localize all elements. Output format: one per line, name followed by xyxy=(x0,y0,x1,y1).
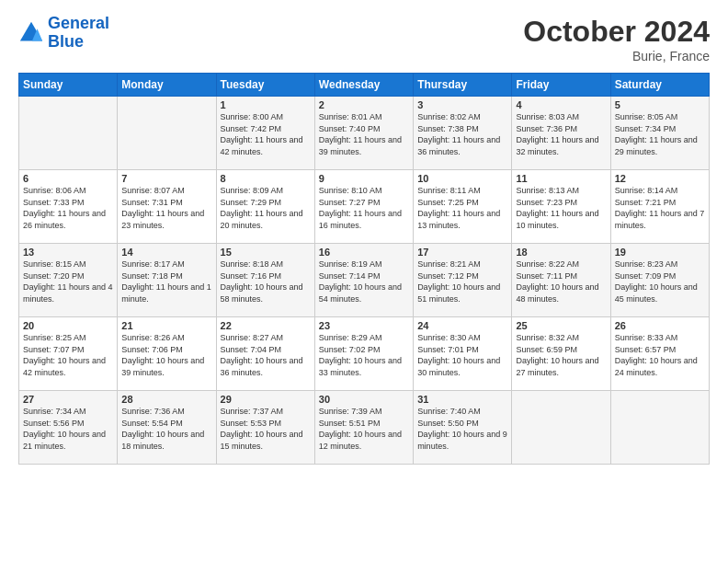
calendar-cell: 5Sunrise: 8:05 AM Sunset: 7:34 PM Daylig… xyxy=(610,97,709,170)
calendar-row: 1Sunrise: 8:00 AM Sunset: 7:42 PM Daylig… xyxy=(19,97,710,170)
day-number: 18 xyxy=(516,247,606,258)
day-info: Sunrise: 8:06 AM Sunset: 7:33 PM Dayligh… xyxy=(23,185,113,231)
weekday-header-row: SundayMondayTuesdayWednesdayThursdayFrid… xyxy=(19,74,710,97)
day-info: Sunrise: 8:29 AM Sunset: 7:02 PM Dayligh… xyxy=(319,332,409,378)
day-info: Sunrise: 8:27 AM Sunset: 7:04 PM Dayligh… xyxy=(221,332,311,378)
calendar-cell: 9Sunrise: 8:10 AM Sunset: 7:27 PM Daylig… xyxy=(314,170,413,244)
calendar-cell: 12Sunrise: 8:14 AM Sunset: 7:21 PM Dayli… xyxy=(610,170,709,244)
day-number: 31 xyxy=(417,394,507,405)
day-number: 5 xyxy=(615,99,705,110)
calendar-cell: 23Sunrise: 8:29 AM Sunset: 7:02 PM Dayli… xyxy=(314,317,413,391)
day-number: 15 xyxy=(221,247,311,258)
day-info: Sunrise: 8:18 AM Sunset: 7:16 PM Dayligh… xyxy=(221,259,311,304)
day-info: Sunrise: 8:09 AM Sunset: 7:29 PM Dayligh… xyxy=(221,185,311,231)
calendar-cell: 26Sunrise: 8:33 AM Sunset: 6:57 PM Dayli… xyxy=(610,317,709,391)
day-number: 22 xyxy=(221,320,311,331)
day-number: 2 xyxy=(319,99,409,110)
calendar-cell xyxy=(19,97,118,170)
day-info: Sunrise: 8:17 AM Sunset: 7:18 PM Dayligh… xyxy=(121,259,211,304)
calendar-cell: 1Sunrise: 8:00 AM Sunset: 7:42 PM Daylig… xyxy=(216,97,314,170)
day-number: 8 xyxy=(221,173,311,184)
calendar-cell xyxy=(118,97,216,170)
calendar-cell: 13Sunrise: 8:15 AM Sunset: 7:20 PM Dayli… xyxy=(19,244,118,317)
day-number: 30 xyxy=(319,394,409,405)
weekday-header-cell: Sunday xyxy=(19,74,118,97)
title-area: October 2024 Burie, France xyxy=(523,15,710,63)
weekday-header-cell: Saturday xyxy=(610,74,709,97)
day-number: 12 xyxy=(615,173,705,184)
day-number: 29 xyxy=(221,394,311,405)
calendar-cell: 22Sunrise: 8:27 AM Sunset: 7:04 PM Dayli… xyxy=(216,317,314,391)
day-number: 3 xyxy=(417,99,507,110)
day-number: 4 xyxy=(516,99,606,110)
calendar-table: SundayMondayTuesdayWednesdayThursdayFrid… xyxy=(18,73,710,465)
calendar-cell: 28Sunrise: 7:36 AM Sunset: 5:54 PM Dayli… xyxy=(118,391,216,465)
day-info: Sunrise: 8:21 AM Sunset: 7:12 PM Dayligh… xyxy=(417,259,507,304)
calendar-cell: 6Sunrise: 8:06 AM Sunset: 7:33 PM Daylig… xyxy=(19,170,118,244)
weekday-header-cell: Tuesday xyxy=(216,74,314,97)
day-info: Sunrise: 8:03 AM Sunset: 7:36 PM Dayligh… xyxy=(516,111,606,157)
calendar-cell: 11Sunrise: 8:13 AM Sunset: 7:23 PM Dayli… xyxy=(512,170,610,244)
calendar-cell: 14Sunrise: 8:17 AM Sunset: 7:18 PM Dayli… xyxy=(118,244,216,317)
logo-text: General Blue xyxy=(48,15,109,52)
logo: General Blue xyxy=(18,15,109,52)
day-info: Sunrise: 8:19 AM Sunset: 7:14 PM Dayligh… xyxy=(319,259,409,304)
day-number: 19 xyxy=(615,247,705,258)
calendar-cell: 15Sunrise: 8:18 AM Sunset: 7:16 PM Dayli… xyxy=(216,244,314,317)
day-number: 23 xyxy=(319,320,409,331)
weekday-header-cell: Wednesday xyxy=(314,74,413,97)
day-info: Sunrise: 8:23 AM Sunset: 7:09 PM Dayligh… xyxy=(615,259,705,304)
day-number: 13 xyxy=(23,247,113,258)
calendar-cell: 16Sunrise: 8:19 AM Sunset: 7:14 PM Dayli… xyxy=(314,244,413,317)
day-info: Sunrise: 8:01 AM Sunset: 7:40 PM Dayligh… xyxy=(319,111,409,157)
day-number: 1 xyxy=(221,99,311,110)
calendar-body: 1Sunrise: 8:00 AM Sunset: 7:42 PM Daylig… xyxy=(19,97,710,465)
calendar-row: 27Sunrise: 7:34 AM Sunset: 5:56 PM Dayli… xyxy=(19,391,710,465)
weekday-header-cell: Friday xyxy=(512,74,610,97)
day-number: 20 xyxy=(23,320,113,331)
calendar-cell: 30Sunrise: 7:39 AM Sunset: 5:51 PM Dayli… xyxy=(314,391,413,465)
day-number: 9 xyxy=(319,173,409,184)
day-info: Sunrise: 8:07 AM Sunset: 7:31 PM Dayligh… xyxy=(121,185,211,231)
calendar-cell xyxy=(512,391,610,465)
day-info: Sunrise: 8:30 AM Sunset: 7:01 PM Dayligh… xyxy=(417,332,507,378)
day-info: Sunrise: 8:11 AM Sunset: 7:25 PM Dayligh… xyxy=(417,185,507,231)
logo-general: General xyxy=(48,14,109,32)
day-number: 17 xyxy=(417,247,507,258)
day-number: 11 xyxy=(516,173,606,184)
day-info: Sunrise: 8:22 AM Sunset: 7:11 PM Dayligh… xyxy=(516,259,606,304)
calendar-cell: 4Sunrise: 8:03 AM Sunset: 7:36 PM Daylig… xyxy=(512,97,610,170)
day-number: 16 xyxy=(319,247,409,258)
day-info: Sunrise: 8:00 AM Sunset: 7:42 PM Dayligh… xyxy=(221,111,311,157)
calendar-cell: 19Sunrise: 8:23 AM Sunset: 7:09 PM Dayli… xyxy=(610,244,709,317)
day-info: Sunrise: 8:05 AM Sunset: 7:34 PM Dayligh… xyxy=(615,111,705,157)
day-info: Sunrise: 8:10 AM Sunset: 7:27 PM Dayligh… xyxy=(319,185,409,231)
calendar-cell: 20Sunrise: 8:25 AM Sunset: 7:07 PM Dayli… xyxy=(19,317,118,391)
day-info: Sunrise: 7:37 AM Sunset: 5:53 PM Dayligh… xyxy=(221,406,311,452)
day-number: 14 xyxy=(121,247,211,258)
calendar-cell: 3Sunrise: 8:02 AM Sunset: 7:38 PM Daylig… xyxy=(414,97,512,170)
weekday-header-cell: Monday xyxy=(118,74,216,97)
calendar-row: 13Sunrise: 8:15 AM Sunset: 7:20 PM Dayli… xyxy=(19,244,710,317)
day-number: 27 xyxy=(23,394,113,405)
day-info: Sunrise: 7:39 AM Sunset: 5:51 PM Dayligh… xyxy=(319,406,409,452)
day-info: Sunrise: 8:15 AM Sunset: 7:20 PM Dayligh… xyxy=(23,259,113,304)
day-number: 7 xyxy=(121,173,211,184)
location: Burie, France xyxy=(523,49,710,63)
calendar-cell: 18Sunrise: 8:22 AM Sunset: 7:11 PM Dayli… xyxy=(512,244,610,317)
day-number: 24 xyxy=(417,320,507,331)
calendar-cell: 2Sunrise: 8:01 AM Sunset: 7:40 PM Daylig… xyxy=(314,97,413,170)
day-info: Sunrise: 7:40 AM Sunset: 5:50 PM Dayligh… xyxy=(417,406,507,452)
calendar-cell: 17Sunrise: 8:21 AM Sunset: 7:12 PM Dayli… xyxy=(414,244,512,317)
calendar-cell: 8Sunrise: 8:09 AM Sunset: 7:29 PM Daylig… xyxy=(216,170,314,244)
calendar-cell: 21Sunrise: 8:26 AM Sunset: 7:06 PM Dayli… xyxy=(118,317,216,391)
calendar-cell: 10Sunrise: 8:11 AM Sunset: 7:25 PM Dayli… xyxy=(414,170,512,244)
day-number: 25 xyxy=(516,320,606,331)
day-number: 10 xyxy=(417,173,507,184)
month-title: October 2024 xyxy=(523,15,710,49)
day-info: Sunrise: 8:32 AM Sunset: 6:59 PM Dayligh… xyxy=(516,332,606,378)
calendar-cell: 27Sunrise: 7:34 AM Sunset: 5:56 PM Dayli… xyxy=(19,391,118,465)
calendar-cell: 29Sunrise: 7:37 AM Sunset: 5:53 PM Dayli… xyxy=(216,391,314,465)
day-info: Sunrise: 8:13 AM Sunset: 7:23 PM Dayligh… xyxy=(516,185,606,231)
day-info: Sunrise: 8:33 AM Sunset: 6:57 PM Dayligh… xyxy=(615,332,705,378)
